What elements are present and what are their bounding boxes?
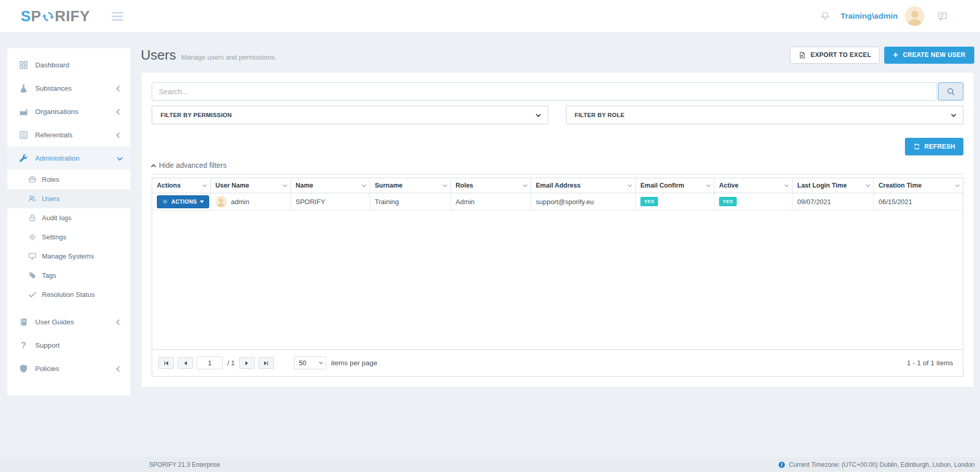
column-menu-icon[interactable] (362, 182, 366, 187)
user-avatar[interactable] (905, 6, 925, 26)
column-header-name[interactable]: Name (291, 178, 370, 193)
column-header-user-name[interactable]: User Name (211, 178, 291, 193)
filter-by-permission-select[interactable]: FILTER BY PERMISSION (152, 106, 548, 124)
sidebar-item-audit-logs[interactable]: Audit logs (7, 208, 130, 227)
column-menu-icon[interactable] (955, 182, 959, 187)
column-header-email-address[interactable]: Email Address (531, 178, 636, 193)
sidebar-item-label: Roles (42, 176, 59, 183)
column-menu-icon[interactable] (866, 182, 870, 187)
cell-name: SPORIFY (291, 193, 370, 210)
hide-advanced-filters-link[interactable]: Hide advanced filters (152, 161, 227, 169)
grid-empty-area (152, 210, 963, 349)
page-header: Users Manage users and permissions. EXPO… (141, 46, 974, 64)
column-header-actions[interactable]: Actions (152, 178, 211, 193)
info-icon (778, 461, 785, 468)
column-header-last-login-time[interactable]: Last Login Time (793, 178, 874, 193)
pager-last-page-button[interactable] (258, 357, 274, 369)
feedback-chat-icon[interactable] (937, 11, 948, 22)
hamburger-menu-icon[interactable] (110, 10, 125, 23)
cell-text: support@sporify.eu (536, 198, 594, 206)
sync-icon (42, 10, 54, 23)
page-size-select[interactable]: 50 (294, 356, 326, 369)
cell-email-address: support@sporify.eu (531, 193, 636, 210)
sidebar-item-tags[interactable]: Tags (7, 266, 130, 285)
create-button-label: CREATE NEW USER (903, 51, 966, 59)
grid-body: ACTIONSadminSPORIFYTrainingAdminsupport@… (152, 193, 963, 210)
pager-first-page-button[interactable] (158, 357, 174, 369)
column-header-roles[interactable]: Roles (451, 178, 531, 193)
sidebar-item-manage-systems[interactable]: Manage Systems (7, 247, 130, 266)
pager-next-page-button[interactable] (239, 357, 255, 369)
sidebar-item-user-guides[interactable]: User Guides (7, 310, 130, 334)
column-menu-icon[interactable] (283, 182, 287, 187)
sidebar-item-label: Referentials (35, 131, 72, 139)
cell-actions: ACTIONS (152, 193, 211, 210)
column-header-label: Active (719, 182, 739, 189)
cell-user-name: admin (211, 193, 291, 210)
export-button-label: EXPORT TO EXCEL (811, 51, 871, 59)
column-header-surname[interactable]: Surname (370, 178, 451, 193)
refresh-button[interactable]: REFRESH (905, 138, 963, 155)
dashboard-icon (19, 60, 28, 70)
cell-text: Admin (456, 198, 475, 206)
cell-text: admin (231, 198, 249, 206)
filter-by-role-select[interactable]: FILTER BY ROLE (566, 106, 963, 124)
sidebar-item-label: Support (35, 341, 60, 349)
sidebar-item-label: Policies (35, 365, 60, 373)
sidebar-item-users[interactable]: Users (7, 189, 130, 208)
column-menu-icon[interactable] (443, 182, 447, 187)
resolution-status-icon (28, 290, 37, 299)
column-header-creation-time[interactable]: Creation Time (874, 178, 963, 193)
page-actions: EXPORT TO EXCEL + CREATE NEW USER (790, 47, 974, 64)
sidebar-item-label: Substances (35, 84, 72, 92)
pager-page-input[interactable] (197, 356, 223, 369)
sidebar-item-substances[interactable]: Substances (7, 77, 130, 100)
row-actions-button[interactable]: ACTIONS (157, 195, 209, 208)
sidebar-item-organisations[interactable]: Organisations (7, 100, 130, 123)
search-button[interactable] (938, 82, 963, 101)
sidebar-item-resolution-status[interactable]: Resolution Status (7, 285, 130, 304)
items-per-page-label: items per page (331, 359, 377, 367)
substances-icon (19, 83, 28, 93)
notifications-bell-icon[interactable] (820, 11, 830, 21)
sidebar-item-settings[interactable]: Settings (7, 227, 130, 247)
app-logo[interactable]: SPRIFY (21, 8, 90, 25)
sidebar-item-administration[interactable]: Administration (7, 147, 130, 170)
page-size-value: 50 (299, 360, 306, 367)
chevron-left-icon (116, 319, 122, 325)
column-menu-icon[interactable] (706, 182, 710, 187)
column-menu-icon[interactable] (784, 182, 788, 187)
sidebar-item-label: Tags (42, 271, 56, 279)
sidebar-item-label: Resolution Status (42, 291, 95, 298)
tags-icon (28, 271, 37, 280)
sidebar-item-label: Users (42, 195, 60, 203)
row-actions-label: ACTIONS (171, 198, 197, 205)
chevron-left-icon (116, 109, 122, 115)
roles-icon (28, 175, 37, 184)
sidebar-item-roles[interactable]: Roles (7, 170, 130, 189)
settings-icon (28, 233, 37, 241)
column-header-email-confirm[interactable]: Email Confirm (636, 178, 714, 193)
cell-email-confirm: YES (636, 193, 714, 210)
sidebar-item-label: Administration (35, 154, 80, 162)
sidebar-item-dashboard[interactable]: Dashboard (7, 53, 130, 77)
sidebar-item-support[interactable]: ?Support (7, 334, 130, 357)
create-new-user-button[interactable]: + CREATE NEW USER (884, 47, 974, 64)
current-user-menu[interactable]: Training\admin (841, 11, 898, 21)
column-menu-icon[interactable] (627, 182, 632, 187)
search-row (152, 82, 963, 101)
column-menu-icon[interactable] (523, 182, 527, 187)
pager-previous-page-button[interactable] (178, 357, 193, 369)
page-subtitle: Manage users and permissions. (181, 49, 276, 61)
sidebar-item-referentials[interactable]: Referentials (7, 123, 130, 147)
column-menu-icon[interactable] (202, 182, 207, 187)
sidebar: DashboardSubstancesOrganisationsReferent… (7, 48, 130, 395)
plus-icon: + (893, 50, 898, 59)
sidebar-item-policies[interactable]: Policies (7, 357, 130, 380)
export-to-excel-button[interactable]: EXPORT TO EXCEL (790, 47, 880, 64)
search-input[interactable] (152, 82, 937, 101)
column-header-label: Email Address (536, 182, 580, 189)
users-icon (28, 194, 37, 203)
app-footer: SPORIFY 21.3 Enterprise Current Timezone… (0, 457, 980, 472)
column-header-active[interactable]: Active (714, 178, 793, 193)
